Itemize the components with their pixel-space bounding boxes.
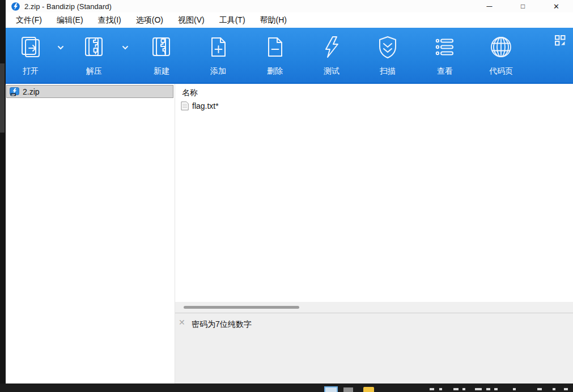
menu-edit[interactable]: 编辑(E) — [49, 13, 91, 28]
toolbar-viewmode-label: 查看 — [423, 66, 466, 76]
main-area: ZIP 2.zip 名称 flag.txt* — [6, 84, 573, 384]
minimize-button[interactable]: ─ — [473, 0, 506, 12]
taskbar-app-icon[interactable] — [324, 386, 338, 392]
window-controls: ─ □ ✕ — [473, 0, 573, 12]
tree-item-archive-root[interactable]: ZIP 2.zip — [6, 85, 173, 98]
taskbar-text-fragment — [564, 388, 568, 390]
taskbar-text-fragment — [439, 388, 442, 390]
toolbar-add-button[interactable]: 添加 — [197, 28, 240, 83]
scan-shield-icon — [375, 35, 400, 59]
toolbar-extract-button[interactable]: 解压 — [73, 28, 116, 83]
toolbar-add-label: 添加 — [197, 66, 240, 76]
desktop-background-highlight — [0, 63, 5, 133]
menu-find[interactable]: 查找(I) — [91, 13, 129, 28]
toolbar-codepage-button[interactable]: 代码页 — [479, 28, 523, 83]
taskbar-text-fragment — [430, 388, 434, 390]
taskbar-strip — [0, 384, 573, 392]
view-list-icon — [432, 35, 457, 59]
toolbar-open-label: 打开 — [9, 66, 52, 76]
add-file-icon — [206, 35, 231, 59]
titlebar: 2.zip - Bandizip (Standard) ─ □ ✕ — [6, 0, 573, 12]
taskbar-app-icon[interactable] — [343, 387, 353, 392]
test-lightning-icon — [319, 35, 344, 59]
archive-tree-panel: ZIP 2.zip — [6, 84, 175, 384]
close-button[interactable]: ✕ — [540, 0, 573, 12]
desktop-background-strip — [0, 0, 6, 392]
window-title: 2.zip - Bandizip (Standard) — [24, 2, 112, 11]
toolbar-customize-grid-icon[interactable] — [554, 35, 566, 46]
tree-item-label: 2.zip — [23, 87, 40, 96]
taskbar-text-fragment — [553, 388, 555, 390]
taskbar-text-fragment — [462, 388, 465, 390]
toolbar-scan-button[interactable]: 扫描 — [366, 28, 409, 83]
zip-archive-icon: ZIP — [10, 87, 19, 96]
file-row[interactable]: flag.txt* — [181, 101, 219, 110]
open-dropdown-chevron-icon[interactable] — [57, 45, 65, 50]
maximize-button[interactable]: □ — [506, 0, 540, 12]
menu-view[interactable]: 视图(V) — [171, 13, 212, 28]
toolbar-codepage-label: 代码页 — [479, 66, 523, 76]
horizontal-scrollbar-thumb[interactable] — [184, 306, 299, 309]
taskbar-folder-icon[interactable] — [363, 387, 374, 392]
archive-comment-panel: ✕ 密码为7位纯数字 — [175, 313, 573, 384]
new-archive-icon — [149, 35, 174, 59]
codepage-globe-icon — [489, 35, 513, 59]
taskbar-text-fragment — [486, 388, 490, 390]
taskbar-text-fragment — [537, 388, 542, 390]
toolbar-test-button[interactable]: 测试 — [310, 28, 353, 83]
menu-help[interactable]: 帮助(H) — [253, 13, 294, 28]
extract-icon — [82, 35, 107, 59]
toolbar-open-button[interactable]: 打开 — [9, 28, 52, 83]
text-file-icon — [181, 101, 189, 110]
toolbar-viewmode-button[interactable]: 查看 — [423, 28, 466, 83]
menu-file[interactable]: 文件(F) — [9, 13, 49, 28]
horizontal-scrollbar[interactable] — [175, 302, 573, 313]
screen: 2.zip - Bandizip (Standard) ─ □ ✕ 文件(F) … — [0, 0, 573, 392]
toolbar-new-button[interactable]: 新建 — [140, 28, 183, 83]
toolbar-delete-label: 删除 — [253, 66, 296, 76]
toolbar-delete-button[interactable]: 删除 — [253, 28, 296, 83]
bandizip-logo-icon — [11, 2, 20, 11]
open-archive-icon — [18, 35, 43, 59]
svg-text:ZIP: ZIP — [11, 93, 15, 96]
file-list-panel: 名称 flag.txt* ✕ 密码为7位纯数字 — [175, 84, 573, 384]
taskbar-text-fragment — [494, 388, 498, 390]
column-header-name[interactable]: 名称 — [182, 88, 198, 98]
extract-dropdown-chevron-icon[interactable] — [121, 45, 129, 50]
delete-file-icon — [262, 35, 287, 59]
toolbar-new-label: 新建 — [140, 66, 183, 76]
toolbar-test-label: 测试 — [310, 66, 353, 76]
menu-options[interactable]: 选项(O) — [129, 13, 171, 28]
comment-close-icon[interactable]: ✕ — [179, 318, 185, 326]
toolbar-scan-label: 扫描 — [366, 66, 409, 76]
menubar: 文件(F) 编辑(E) 查找(I) 选项(O) 视图(V) 工具(T) 帮助(H… — [6, 12, 573, 28]
taskbar-text-fragment — [513, 388, 516, 390]
archive-comment-text: 密码为7位纯数字 — [192, 319, 252, 330]
menu-tools[interactable]: 工具(T) — [212, 13, 253, 28]
toolbar: 打开 解压 — [6, 28, 573, 84]
taskbar-text-fragment — [475, 388, 482, 390]
taskbar-text-fragment — [453, 388, 459, 390]
toolbar-extract-label: 解压 — [73, 66, 116, 76]
bandizip-window: 2.zip - Bandizip (Standard) ─ □ ✕ 文件(F) … — [6, 0, 573, 384]
file-name: flag.txt* — [192, 101, 219, 110]
